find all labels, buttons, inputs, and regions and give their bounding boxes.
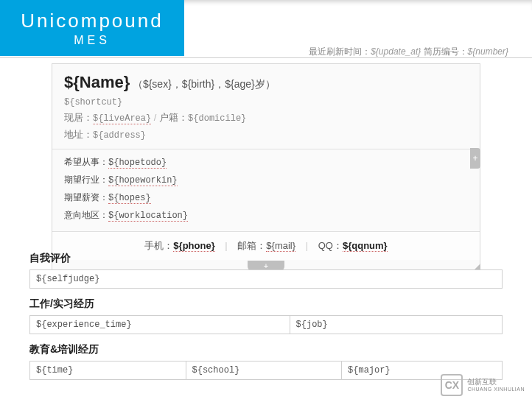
profile-editor[interactable]: + ${Name} （${sex}，${birth}，${age}岁） ${sh… bbox=[52, 63, 480, 271]
experience-time-cell[interactable]: ${experience_time} bbox=[30, 316, 290, 334]
name-field: ${Name} bbox=[64, 73, 130, 91]
refresh-value: ${update_at} bbox=[371, 46, 421, 57]
self-evaluation-title: 自我评价 bbox=[29, 249, 503, 269]
brand-logo: Unicompound MES bbox=[0, 0, 184, 56]
selfjudge-cell[interactable]: ${selfjudge} bbox=[30, 270, 503, 289]
work-history-title: 工作/实习经历 bbox=[29, 295, 503, 315]
shortcut-field: ${shortcut} bbox=[64, 95, 468, 110]
watermark: CX 创新互联 CHUANG XINHULIAN bbox=[441, 374, 525, 396]
number-value: ${number} bbox=[468, 46, 508, 57]
wish-block: 希望从事：${hopetodo} 期望行业：${hopeworkin} 期望薪资… bbox=[52, 149, 480, 231]
watermark-icon: CX bbox=[441, 374, 463, 396]
edu-school-cell[interactable]: ${school} bbox=[186, 362, 342, 380]
refresh-label: 最近刷新时间： bbox=[309, 46, 371, 57]
edu-time-cell[interactable]: ${time} bbox=[30, 362, 186, 380]
address-row: 地址：${address} bbox=[64, 127, 468, 143]
brand-line2: MES bbox=[74, 34, 111, 47]
work-history-table[interactable]: ${experience_time} ${job} bbox=[29, 315, 503, 334]
education-title: 教育&培训经历 bbox=[29, 340, 503, 361]
brand-line1: Unicompound bbox=[21, 10, 163, 32]
education-table[interactable]: ${time} ${school} ${major} bbox=[29, 361, 503, 380]
residence-row: 现居：${liveArea} / 户籍：${domicile} bbox=[64, 110, 468, 126]
job-cell[interactable]: ${job} bbox=[290, 316, 502, 334]
name-sub: （${sex}，${birth}，${age}岁） bbox=[133, 78, 276, 90]
meta-bar: 最近刷新时间：${update_at} 简历编号：${number} bbox=[309, 46, 508, 58]
self-evaluation-table[interactable]: ${selfjudge} bbox=[29, 269, 503, 289]
number-label: 简历编号： bbox=[424, 46, 468, 57]
expand-right-handle[interactable]: + bbox=[470, 148, 480, 169]
